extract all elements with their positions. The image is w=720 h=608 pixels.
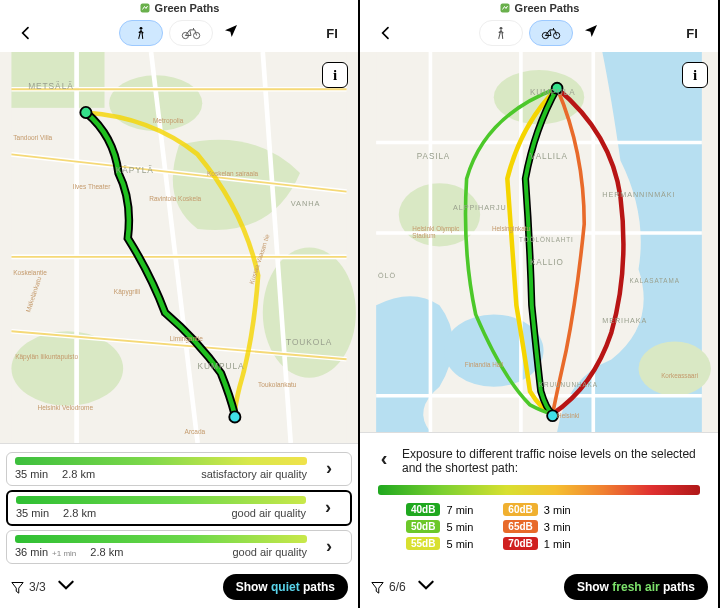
svg-text:Arcada: Arcada <box>185 428 206 435</box>
route-aq: satisfactory air quality <box>201 468 307 480</box>
db-tag: 40dB <box>406 503 440 516</box>
route-card[interactable]: 35 min 2.8 km good air quality › <box>6 490 352 526</box>
map-right[interactable]: KUMPULA PASILA VALLILA ALPPIHARJU KALLIO… <box>360 52 718 432</box>
aq-bar <box>15 535 307 543</box>
legend-row: 40dB7 min <box>406 503 473 516</box>
language-toggle[interactable]: FI <box>686 26 698 41</box>
svg-text:PASILA: PASILA <box>417 152 450 161</box>
svg-text:Tandoori Villa: Tandoori Villa <box>13 134 52 141</box>
svg-text:KUMPULA: KUMPULA <box>198 361 245 371</box>
route-details-button[interactable]: › <box>314 497 342 518</box>
svg-text:Toukolankatu: Toukolankatu <box>258 381 297 388</box>
svg-point-1 <box>140 27 143 30</box>
svg-text:ÖLÖ: ÖLÖ <box>378 271 396 280</box>
walk-icon <box>134 25 148 41</box>
svg-text:KÄPYLÄ: KÄPYLÄ <box>116 165 154 175</box>
route-details-button[interactable]: › <box>315 536 343 557</box>
svg-text:TOUKOLA: TOUKOLA <box>286 337 332 347</box>
collapse-button[interactable] <box>416 578 436 596</box>
svg-text:Metropolia: Metropolia <box>153 117 184 125</box>
collapse-button[interactable] <box>56 578 76 596</box>
mode-bike[interactable] <box>529 20 573 46</box>
svg-point-7 <box>11 331 123 405</box>
svg-text:VALLILA: VALLILA <box>530 152 568 161</box>
locate-button[interactable] <box>583 23 599 43</box>
route-time: 35 min <box>15 468 48 480</box>
svg-text:Stadium: Stadium <box>412 232 435 239</box>
svg-point-37 <box>399 183 480 246</box>
bike-icon <box>181 26 201 40</box>
chevron-left-icon <box>378 25 394 41</box>
svg-text:Ilves Theater: Ilves Theater <box>73 183 111 190</box>
filter-button[interactable]: 3/3 <box>10 580 46 595</box>
language-toggle[interactable]: FI <box>326 26 338 41</box>
bike-icon <box>541 26 561 40</box>
mode-walk[interactable] <box>119 20 163 46</box>
svg-point-9 <box>80 107 91 118</box>
route-card[interactable]: 36 min +1 min 2.8 km good air quality › <box>6 530 352 564</box>
db-tag: 60dB <box>503 503 537 516</box>
route-details-button[interactable]: › <box>315 458 343 479</box>
db-time: 3 min <box>544 521 571 533</box>
panel-walk: Green Paths FI <box>0 0 360 608</box>
show-paths-button[interactable]: Show quiet paths <box>223 574 348 600</box>
brand: Green Paths <box>360 0 718 16</box>
map-left[interactable]: METSÄLÄ KÄPYLÄ KUMPULA TOUKOLA VANHA Met… <box>0 52 358 443</box>
prev-path-button[interactable]: ‹ <box>374 447 394 470</box>
db-tag: 70dB <box>503 537 537 550</box>
svg-point-38 <box>639 342 711 396</box>
svg-text:KALLIO: KALLIO <box>530 258 564 267</box>
svg-text:HERMANNINMÄKI: HERMANNINMÄKI <box>602 190 675 199</box>
chevron-down-icon <box>56 578 76 592</box>
svg-text:MERIHAKA: MERIHAKA <box>602 316 647 325</box>
topbar: FI <box>0 16 358 52</box>
svg-text:VANHA: VANHA <box>291 199 321 208</box>
svg-text:KUMPULA: KUMPULA <box>530 88 576 97</box>
location-arrow-icon <box>583 23 599 39</box>
brand-text: Green Paths <box>155 2 220 14</box>
walk-icon <box>494 25 508 41</box>
route-card[interactable]: 35 min 2.8 km satisfactory air quality › <box>6 452 352 486</box>
svg-text:ALPPIHARJU: ALPPIHARJU <box>453 203 507 212</box>
svg-text:Helsinginkatu: Helsinginkatu <box>492 225 530 233</box>
exposure-text: Exposure to different traffic noise leve… <box>402 447 704 475</box>
route-time: 36 min +1 min <box>15 546 76 558</box>
noise-gradient-bar <box>378 485 700 495</box>
db-tag: 55dB <box>406 537 440 550</box>
svg-text:Koskelantie: Koskelantie <box>13 269 47 276</box>
brand-text: Green Paths <box>515 2 580 14</box>
panel-bike: Green Paths FI <box>360 0 720 608</box>
aq-bar <box>16 496 306 504</box>
brand: Green Paths <box>0 0 358 16</box>
route-time: 35 min <box>16 507 49 519</box>
topbar: FI <box>360 16 718 52</box>
db-tag: 50dB <box>406 520 440 533</box>
svg-text:METSÄLÄ: METSÄLÄ <box>28 81 74 91</box>
locate-button[interactable] <box>223 23 239 43</box>
info-button[interactable]: i <box>682 62 708 88</box>
mode-toggle <box>119 20 213 46</box>
mode-walk[interactable] <box>479 20 523 46</box>
db-time: 3 min <box>544 504 571 516</box>
mode-bike[interactable] <box>169 20 213 46</box>
legend-row: 60dB3 min <box>503 503 570 516</box>
chevron-down-icon <box>416 578 436 592</box>
back-button[interactable] <box>8 25 44 41</box>
svg-rect-5 <box>11 52 104 108</box>
show-paths-button[interactable]: Show fresh air paths <box>564 574 708 600</box>
filter-button[interactable]: 6/6 <box>370 580 406 595</box>
filter-count: 6/6 <box>389 580 406 594</box>
info-button[interactable]: i <box>322 62 348 88</box>
mode-toggle <box>479 20 573 46</box>
svg-text:Limingantie: Limingantie <box>170 335 204 343</box>
aq-bar <box>15 457 307 465</box>
svg-text:KRUUNUNHAKA: KRUUNUNHAKA <box>539 381 598 388</box>
db-time: 5 min <box>446 521 473 533</box>
back-button[interactable] <box>368 25 404 41</box>
db-time: 7 min <box>446 504 473 516</box>
svg-text:Korkeassaari: Korkeassaari <box>661 372 698 379</box>
svg-text:Käpygrilli: Käpygrilli <box>114 288 140 296</box>
route-distance: 2.8 km <box>90 546 123 558</box>
legend-row: 70dB1 min <box>503 537 570 550</box>
filter-icon <box>370 580 385 595</box>
